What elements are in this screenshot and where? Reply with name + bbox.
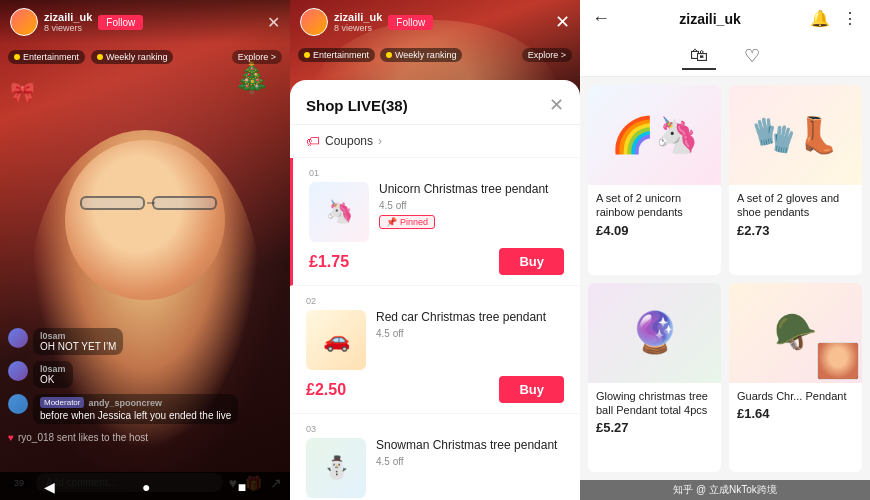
shop-title: Shop LIVE(38)	[306, 97, 408, 114]
grid-product-price-1: £4.09	[596, 223, 713, 238]
product-top-2: 🚗 Red car Christmas tree pendant 4.5 off	[306, 310, 564, 370]
left-live-panel: 🎄 🎀 zizaili_uk 8 viewers Follow ✕ Entert…	[0, 0, 290, 500]
explore-button[interactable]: Explore >	[232, 50, 282, 64]
mid-entertainment-badge: Entertainment	[298, 48, 375, 62]
more-icon[interactable]: ⋮	[842, 9, 858, 28]
entertainment-badge: Entertainment	[8, 50, 85, 64]
product-name-3: Snowman Christmas tree pendant	[376, 438, 564, 454]
mid-dot-1	[304, 52, 310, 58]
tab-heart-icon[interactable]: ♡	[736, 43, 768, 70]
chat-content-3: Moderator andy_spooncrew before when Jes…	[33, 394, 238, 424]
mid-badges: Entertainment Weekly ranking	[298, 48, 462, 62]
close-button[interactable]: ✕	[267, 13, 280, 32]
product-emoji-1: 🦄	[326, 199, 353, 225]
product-bottom-1: £1.75 Buy	[309, 248, 564, 275]
product-top-3: ⛄ Snowman Christmas tree pendant 4.5 off	[306, 438, 564, 498]
live-badges: Entertainment Weekly ranking	[8, 50, 173, 64]
product-price-2: £2.50	[306, 381, 346, 399]
grid-emoji-2: 🧤👢	[752, 115, 840, 156]
product-price-1: £1.75	[309, 253, 349, 271]
mid-follow-button[interactable]: Follow	[388, 15, 433, 30]
product-off-3: 4.5 off	[376, 456, 564, 467]
grid-product-price-4: £1.64	[737, 406, 854, 421]
back-button[interactable]: ←	[592, 8, 610, 29]
product-item-3: 03 ⛄ Snowman Christmas tree pendant 4.5 …	[290, 414, 580, 500]
chat-user-1: l0sam	[40, 331, 116, 341]
right-header: ← zizaili_uk 🔔 ⋮	[580, 0, 870, 37]
chat-user-3: andy_spooncrew	[88, 398, 162, 408]
coupons-bar[interactable]: 🏷 Coupons ›	[290, 125, 580, 158]
buy-button-1[interactable]: Buy	[499, 248, 564, 275]
chat-avatar-1	[8, 328, 28, 348]
grid-img-1: 🌈🦄	[588, 85, 721, 185]
chat-message-3: Moderator andy_spooncrew before when Jes…	[8, 394, 282, 424]
grid-product-4[interactable]: 🪖 Guards Chr... Pendant £1.64	[729, 283, 862, 473]
notification-icon[interactable]: 🔔	[810, 9, 830, 28]
mid-avatar	[300, 8, 328, 36]
product-number-2: 02	[306, 296, 564, 306]
avatar	[10, 8, 38, 36]
grid-product-info-2: A set of 2 gloves and shoe pendants £2.7…	[729, 185, 862, 246]
inset-video	[817, 342, 859, 380]
product-emoji-3: ⛄	[323, 455, 350, 481]
left-nav-bar: ◀ ● ■	[0, 472, 290, 500]
coupon-icon: 🏷	[306, 133, 320, 149]
grid-product-3[interactable]: 🔮 Glowing christmas tree ball Pendant to…	[588, 283, 721, 473]
pinned-label: Pinned	[400, 217, 428, 227]
chat-content-1: l0sam OH NOT YET I'M	[33, 328, 123, 355]
xmas-bow: 🎀	[10, 80, 35, 104]
mod-row: Moderator andy_spooncrew	[40, 397, 231, 408]
grid-img-4: 🪖	[729, 283, 862, 383]
chat-avatar-2	[8, 361, 28, 381]
chat-content-2: l0sam OK	[33, 361, 73, 388]
mid-ranking-badge: Weekly ranking	[380, 48, 462, 62]
nav-back-1[interactable]: ◀	[44, 479, 55, 495]
buy-button-2[interactable]: Buy	[499, 376, 564, 403]
product-img-2: 🚗	[306, 310, 366, 370]
chat-message-2: l0sam OK	[8, 361, 282, 388]
grid-product-info-1: A set of 2 unicorn rainbow pendants £4.0…	[588, 185, 721, 246]
system-msg-text: ryo_018 sent likes to the host	[18, 432, 148, 443]
mid-close-button[interactable]: ✕	[555, 11, 570, 33]
badge-dot	[14, 54, 20, 60]
product-bottom-2: £2.50 Buy	[306, 376, 564, 403]
product-img-3: ⛄	[306, 438, 366, 498]
grid-img-3: 🔮	[588, 283, 721, 383]
grid-product-1[interactable]: 🌈🦄 A set of 2 unicorn rainbow pendants £…	[588, 85, 721, 275]
product-number-1: 01	[309, 168, 564, 178]
nav-home-1[interactable]: ●	[142, 479, 150, 495]
product-img-1: 🦄	[309, 182, 369, 242]
ranking-dot	[97, 54, 103, 60]
products-list: 01 🦄 Unicorn Christmas tree pendant 4.5 …	[290, 158, 580, 500]
grid-product-name-4: Guards Chr... Pendant	[737, 389, 854, 403]
nav-square-1[interactable]: ■	[238, 479, 246, 495]
grid-product-price-2: £2.73	[737, 223, 854, 238]
shop-drawer: Shop LIVE(38) ✕ 🏷 Coupons › 01 🦄 Unicorn…	[290, 80, 580, 500]
mid-live-header: zizaili_uk 8 viewers Follow ✕	[290, 0, 580, 44]
grid-product-name-2: A set of 2 gloves and shoe pendants	[737, 191, 854, 220]
mid-explore-button[interactable]: Explore >	[522, 48, 572, 62]
product-info-1: Unicorn Christmas tree pendant 4.5 off 📌…	[379, 182, 564, 229]
right-username: zizaili_uk	[679, 11, 740, 27]
follow-button[interactable]: Follow	[98, 15, 143, 30]
chat-msg-1: OH NOT YET I'M	[40, 341, 116, 352]
inset-face	[818, 343, 858, 379]
grid-product-2[interactable]: 🧤👢 A set of 2 gloves and shoe pendants £…	[729, 85, 862, 275]
product-number-3: 03	[306, 424, 564, 434]
shop-close-button[interactable]: ✕	[549, 94, 564, 116]
ranking-label: Weekly ranking	[106, 52, 167, 62]
chat-msg-3: before when Jessica left you ended the l…	[40, 410, 231, 421]
tab-shop-icon[interactable]: 🛍	[682, 43, 716, 70]
mid-dot-2	[386, 52, 392, 58]
product-info-2: Red car Christmas tree pendant 4.5 off	[376, 310, 564, 339]
grid-emoji-1: 🌈🦄	[611, 115, 699, 156]
chat-area: l0sam OH NOT YET I'M l0sam OK Moderator …	[8, 328, 282, 445]
glasses-right	[152, 196, 217, 210]
product-item-2: 02 🚗 Red car Christmas tree pendant 4.5 …	[290, 286, 580, 414]
heart-icon: ♥	[8, 432, 14, 443]
mid-user-info: zizaili_uk 8 viewers Follow	[300, 8, 433, 36]
shop-header: Shop LIVE(38) ✕	[290, 80, 580, 125]
pin-icon: 📌	[386, 217, 397, 227]
tab-bar: 🛍 ♡	[580, 37, 870, 77]
grid-product-name-3: Glowing christmas tree ball Pendant tota…	[596, 389, 713, 418]
